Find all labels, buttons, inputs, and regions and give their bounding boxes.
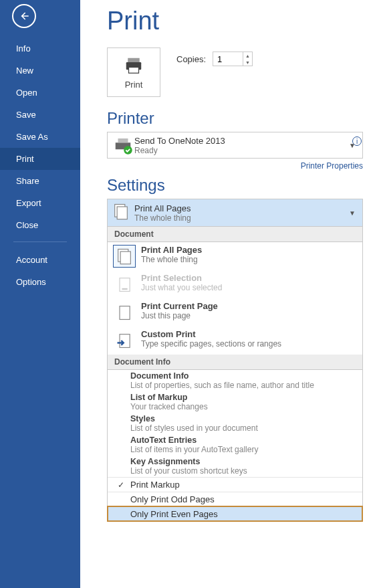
opt-sub: List of styles used in your document [130,423,356,433]
pages-icon [112,202,134,223]
opt-title: Document Info [130,371,356,381]
opt-title: Custom Print [141,329,281,339]
opt-autotext-entries[interactable]: AutoText EntriesList of items in your Au… [108,434,362,456]
chevron-down-icon: ▼ [346,142,358,149]
opt-sub: Your tracked changes [130,402,356,411]
nav-save[interactable]: Save [0,104,80,126]
page-selection-icon [113,273,136,296]
opt-title: Print All Pages [141,245,202,255]
copies-label: Copies: [176,54,206,64]
opt-document-info[interactable]: Document InfoList of properties, such as… [108,370,362,391]
svg-rect-9 [120,252,130,264]
nav-info[interactable]: Info [0,37,80,60]
opt-title: List of Markup [130,393,356,402]
nav-print[interactable]: Print [0,148,80,170]
opt-list-of-markup[interactable]: List of MarkupYour tracked changes [108,391,362,413]
opt-styles[interactable]: StylesList of styles used in your docume… [108,413,362,434]
opt-title: AutoText Entries [130,435,356,445]
nav-new[interactable]: New [0,60,80,82]
checkmark-icon: ✓ [114,480,128,490]
nav-close[interactable]: Close [0,214,80,236]
copies-spinner[interactable]: ▲ ▼ [213,52,253,66]
svg-rect-0 [128,58,140,62]
toggle-label: Only Print Even Pages [128,509,218,519]
settings-section-title: Settings [107,176,363,195]
opt-sub: The whole thing [141,255,202,264]
printer-section-title: Printer [107,109,363,128]
svg-rect-7 [117,207,127,219]
print-button-label: Print [125,80,143,90]
toggle-label: Only Print Odd Pages [128,494,215,504]
nav-share[interactable]: Share [0,170,80,192]
printer-icon [124,56,144,76]
page-custom-icon [113,329,136,352]
spin-up-icon[interactable]: ▲ [243,52,252,59]
opt-print-all-pages[interactable]: Print All PagesThe whole thing [108,242,362,270]
chevron-down-icon: ▼ [346,209,358,217]
printer-status-icon [112,135,134,155]
print-row: Print Copies: ▲ ▼ [107,47,363,97]
back-button[interactable] [12,4,36,28]
opt-sub: Just this page [141,311,218,320]
opt-sub: List of your custom shortcut keys [130,466,356,476]
opt-sub: List of items in your AutoText gallery [130,445,356,454]
opt-title: Print Current Page [141,301,218,311]
nav-options[interactable]: Options [0,271,80,293]
svg-rect-4 [118,138,128,142]
nav-open[interactable]: Open [0,82,80,104]
category-document: Document [108,227,362,242]
svg-rect-2 [129,67,139,73]
pages-icon [113,245,136,268]
backstage-sidebar: Info New Open Save Save As Print Share E… [0,0,80,588]
opt-custom-print[interactable]: Custom PrintType specific pages, section… [108,326,362,355]
opt-title: Styles [130,414,356,423]
back-arrow-icon [17,9,31,23]
opt-key-assignments[interactable]: Key AssignmentsList of your custom short… [108,456,362,477]
printer-name: Send To OneNote 2013 [134,136,346,146]
print-what-title: Print All Pages [134,203,346,213]
spin-down-icon[interactable]: ▼ [243,59,252,66]
opt-title: Key Assignments [130,457,356,466]
nav-save-as[interactable]: Save As [0,126,80,148]
opt-print-selection: Print SelectionJust what you selected [108,270,362,298]
toggle-even-pages[interactable]: Only Print Even Pages [108,506,362,521]
category-document-info: Document Info [108,355,362,370]
printer-status: Ready [134,146,346,155]
opt-sub: List of properties, such as file name, a… [130,381,356,390]
svg-rect-11 [122,288,128,290]
printer-properties-link[interactable]: Printer Properties [107,161,363,171]
opt-sub: Just what you selected [141,283,222,292]
opt-sub: Type specific pages, sections or ranges [141,339,281,349]
toggle-print-markup[interactable]: ✓Print Markup [108,477,362,492]
main-content: Print Print Copies: ▲ ▼ i Printer Send T… [80,0,375,588]
copies-control: Copies: ▲ ▼ [176,52,253,66]
page-title: Print [107,7,363,35]
printer-dropdown[interactable]: Send To OneNote 2013 Ready ▼ [107,132,363,159]
print-what-dropdown: Print All Pages The whole thing ▼ Docume… [107,199,363,522]
svg-rect-12 [120,306,130,320]
nav-divider [13,241,67,242]
nav-account[interactable]: Account [0,249,80,271]
toggle-label: Print Markup [128,480,180,490]
opt-title: Print Selection [141,273,222,283]
opt-print-current-page[interactable]: Print Current PageJust this page [108,298,362,326]
print-what-selected[interactable]: Print All Pages The whole thing ▼ [108,199,362,227]
page-icon [113,301,136,324]
print-button[interactable]: Print [107,47,160,97]
print-what-sub: The whole thing [134,213,346,223]
nav-export[interactable]: Export [0,192,80,214]
toggle-odd-pages[interactable]: Only Print Odd Pages [108,492,362,506]
